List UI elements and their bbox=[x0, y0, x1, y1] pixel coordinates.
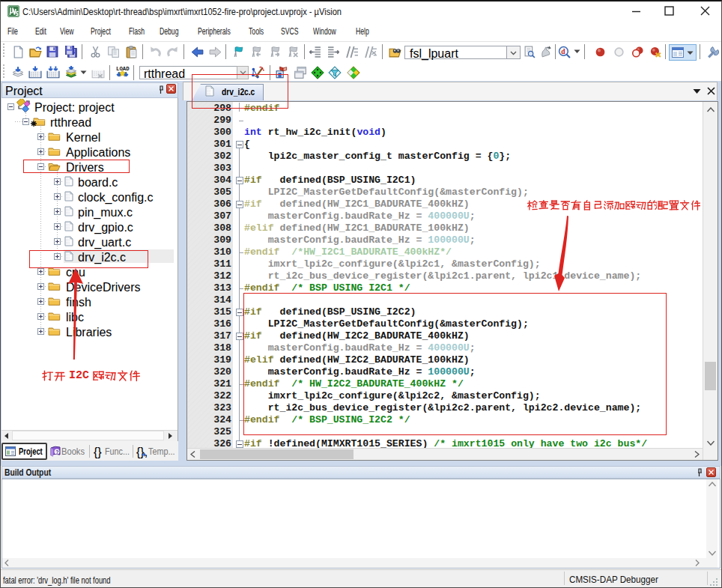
svg-text:d: d bbox=[561, 47, 565, 55]
svg-text:?: ? bbox=[55, 449, 59, 455]
